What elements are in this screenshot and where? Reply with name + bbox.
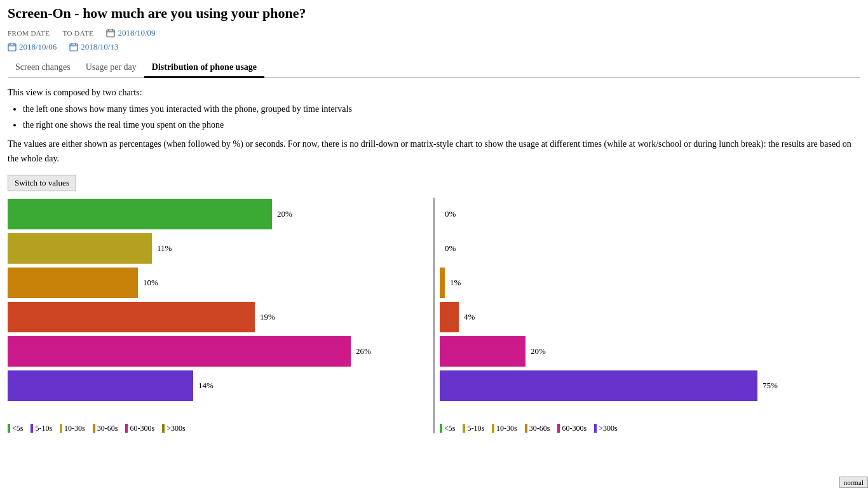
- right-bar-label-5: 75%: [763, 381, 785, 391]
- right-bar-4: [440, 336, 526, 367]
- left-bar-label-4: 26%: [356, 346, 378, 356]
- legend-color-lt5s-right: [440, 424, 442, 433]
- left-bar-rows: 20%11%10%19%26%14%: [8, 198, 428, 402]
- legend-item-30-60s-right: 30-60s: [525, 424, 550, 433]
- svg-rect-4: [8, 44, 16, 51]
- date-row: 2018/10/06 2018/10/13: [8, 42, 860, 52]
- left-bar-label-1: 11%: [157, 243, 179, 254]
- left-bar-label-2: 10%: [143, 278, 165, 288]
- right-bar-row-5: 75%: [440, 369, 860, 402]
- from-date-value[interactable]: 2018/10/06: [8, 42, 57, 52]
- right-bar-3: [440, 302, 459, 332]
- right-bar-row-0: 0%: [440, 198, 860, 231]
- legend-color-60-300s-right: [557, 424, 560, 433]
- from-date-label: FROM DATE: [8, 28, 50, 38]
- legend-color-10-30s-left: [60, 424, 62, 433]
- legend-item-10-30s-right: 10-30s: [492, 424, 517, 433]
- description-note: The values are either shown as percentag…: [8, 137, 860, 166]
- right-bar-label-0: 0%: [445, 209, 467, 219]
- left-bar-row-1: 11%: [8, 232, 428, 265]
- right-bar-label-3: 4%: [464, 312, 486, 322]
- bullet-2: the right one shows the real time you sp…: [23, 118, 860, 132]
- right-bar-label-1: 0%: [445, 243, 467, 254]
- calendar-icon-from: [8, 43, 17, 51]
- tab-bar: Screen changes Usage per day Distributio…: [8, 58, 860, 78]
- right-bar-row-3: 4%: [440, 301, 860, 334]
- right-bar-label-2: 1%: [450, 278, 472, 288]
- chart-separator: [433, 198, 435, 433]
- left-bars-area: 20%11%10%19%26%14%: [8, 198, 428, 423]
- legend-item-lt5s-left: <5s: [8, 424, 23, 433]
- left-chart: 20%11%10%19%26%14% <5s 5-10s 10-30s 30-6…: [8, 198, 431, 433]
- left-bar-row-3: 19%: [8, 301, 428, 334]
- date-section: FROM DATE TO DATE 2018/10/09: [8, 28, 860, 38]
- to-date-value[interactable]: 2018/10/13: [69, 42, 118, 52]
- legend-item-gt300s-right: >300s: [594, 424, 617, 433]
- switch-to-values-button[interactable]: Switch to values: [8, 175, 76, 191]
- legend-color-gt300s-left: [162, 424, 165, 433]
- left-bar-2: [8, 268, 138, 298]
- right-bar-rows: 0%0%1%4%20%75%: [440, 198, 860, 402]
- calendar-icon: [106, 29, 115, 37]
- left-bar-1: [8, 233, 152, 264]
- page-title: Screen-On - how much are you using your …: [8, 5, 860, 22]
- left-bar-row-0: 20%: [8, 198, 428, 231]
- legend-color-10-30s-right: [492, 424, 494, 433]
- legend-color-60-300s-left: [125, 424, 128, 433]
- left-bar-row-4: 26%: [8, 335, 428, 368]
- left-bar-label-0: 20%: [277, 209, 299, 219]
- left-bar-row-2: 10%: [8, 266, 428, 299]
- legend-color-lt5s-left: [8, 424, 10, 433]
- left-bar-label-3: 19%: [260, 312, 282, 322]
- description-section: This view is composed by two charts: the…: [8, 86, 860, 166]
- left-bar-row-5: 14%: [8, 369, 428, 402]
- to-date-right: 2018/10/09: [106, 28, 155, 38]
- left-bar-5: [8, 370, 193, 401]
- legend-item-10-30s-left: 10-30s: [60, 424, 85, 433]
- calendar-icon-to: [69, 43, 78, 51]
- bullet-1: the left one shows how many times you in…: [23, 102, 860, 116]
- right-chart: 0%0%1%4%20%75% <5s 5-10s 10-30s 30-60s: [437, 198, 860, 433]
- legend-color-5-10s-right: [463, 424, 465, 433]
- legend-item-5-10s-left: 5-10s: [31, 424, 52, 433]
- legend-item-60-300s-left: 60-300s: [125, 424, 154, 433]
- left-bar-label-5: 14%: [198, 381, 220, 391]
- right-bars-area: 0%0%1%4%20%75%: [440, 198, 860, 423]
- right-bar-2: [440, 268, 445, 298]
- tab-usage-per-day[interactable]: Usage per day: [78, 58, 144, 77]
- left-bar-0: [8, 199, 272, 229]
- legend-item-60-300s-right: 60-300s: [557, 424, 587, 433]
- svg-rect-8: [70, 44, 78, 51]
- left-bar-3: [8, 302, 255, 332]
- left-bar-4: [8, 336, 351, 367]
- left-legend: <5s 5-10s 10-30s 30-60s 60-300s >300s: [8, 424, 428, 433]
- legend-item-gt300s-left: >300s: [162, 424, 185, 433]
- right-bar-row-1: 0%: [440, 232, 860, 265]
- right-bar-label-4: 20%: [531, 346, 553, 356]
- description-intro: This view is composed by two charts:: [8, 86, 860, 100]
- svg-rect-0: [107, 30, 114, 37]
- right-bar-5: [440, 370, 757, 401]
- to-date-label: TO DATE: [63, 28, 94, 38]
- right-bar-row-2: 1%: [440, 266, 860, 299]
- right-bar-row-4: 20%: [440, 335, 860, 368]
- charts-wrapper: 20%11%10%19%26%14% <5s 5-10s 10-30s 30-6…: [8, 198, 860, 433]
- legend-item-lt5s-right: <5s: [440, 424, 455, 433]
- legend-color-gt300s-right: [594, 424, 597, 433]
- tab-screen-changes[interactable]: Screen changes: [8, 58, 78, 77]
- legend-item-30-60s-left: 30-60s: [93, 424, 118, 433]
- tab-distribution[interactable]: Distribution of phone usage: [144, 58, 264, 78]
- legend-color-30-60s-left: [93, 424, 95, 433]
- right-legend: <5s 5-10s 10-30s 30-60s 60-300s >300s: [440, 424, 860, 433]
- legend-color-5-10s-left: [31, 424, 33, 433]
- legend-color-30-60s-right: [525, 424, 527, 433]
- legend-item-5-10s-right: 5-10s: [463, 424, 484, 433]
